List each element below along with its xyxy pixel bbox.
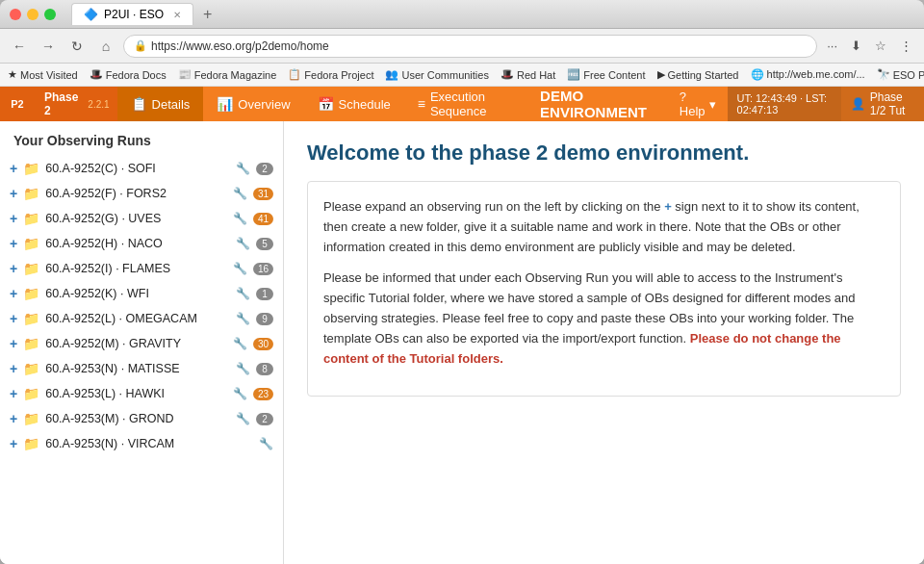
forward-button[interactable]: →	[37, 35, 60, 58]
schedule-icon: 📅	[318, 96, 334, 112]
expand-icon: +	[10, 311, 17, 326]
wrench-icon: 🔧	[236, 287, 250, 300]
browser-more-button[interactable]: ⋮	[896, 37, 916, 55]
wrench-icon: 🔧	[233, 187, 247, 200]
folder-icon: 📁	[23, 261, 39, 276]
folder-icon: 📁	[23, 436, 39, 451]
browser-menu-button[interactable]: ···	[823, 37, 841, 55]
user-icon: 👤	[851, 97, 865, 111]
user-menu-button[interactable]: 👤 Phase 1/2 Tut	[841, 87, 924, 121]
bookmark-eso-pronostics[interactable]: 🔭ESO Pronostics	[877, 68, 924, 81]
sidebar-item-wfi[interactable]: + 📁 60.A-9252(K) · WFI 🔧 1	[0, 281, 283, 306]
details-icon: 📋	[131, 96, 147, 112]
welcome-paragraph-1: Please expand an observing run on the le…	[323, 197, 885, 257]
close-button[interactable]	[10, 9, 21, 20]
run-badge: 5	[256, 238, 273, 250]
bookmark-fedora-project[interactable]: 📋Fedora Project	[288, 68, 373, 81]
sidebar-item-gravity[interactable]: + 📁 60.A-9252(M) · GRAVITY 🔧 30	[0, 331, 283, 356]
run-name: 60.A-9253(L) · HAWKI	[45, 387, 227, 400]
run-badge: 31	[253, 188, 273, 200]
folder-icon: 📁	[23, 186, 39, 201]
sidebar-item-flames[interactable]: + 📁 60.A-9252(I) · FLAMES 🔧 16	[0, 256, 283, 281]
app-toolbar: P2 Phase 2 2.2.1 📋 Details 📊 Overview 📅 …	[0, 87, 924, 121]
expand-icon: +	[10, 236, 17, 251]
run-name: 60.A-9252(I) · FLAMES	[45, 262, 227, 275]
run-badge: 9	[256, 313, 273, 325]
sidebar-item-matisse[interactable]: + 📁 60.A-9253(N) · MATISSE 🔧 8	[0, 356, 283, 381]
expand-icon: +	[10, 261, 17, 276]
download-button[interactable]: ⬇	[847, 37, 865, 55]
expand-icon: +	[10, 436, 17, 451]
folder-icon: 📁	[23, 411, 39, 426]
bookmark-most-visited[interactable]: ★Most Visited	[8, 68, 78, 81]
sidebar: Your Observing Runs + 📁 60.A-9252(C) · S…	[0, 121, 284, 564]
run-name: 60.A-9252(M) · GRAVITY	[45, 337, 227, 350]
folder-icon: 📁	[23, 236, 39, 251]
home-button[interactable]: ⌂	[94, 35, 117, 58]
plus-symbol: +	[664, 199, 672, 214]
sidebar-item-uves[interactable]: + 📁 60.A-9252(G) · UVES 🔧 41	[0, 206, 283, 231]
maximize-button[interactable]	[44, 9, 56, 20]
sidebar-item-omegacam[interactable]: + 📁 60.A-9252(L) · OMEGACAM 🔧 9	[0, 306, 283, 331]
titlebar: 🔷 P2UI · ESO ✕ +	[0, 0, 924, 29]
details-button[interactable]: 📋 Details	[117, 87, 204, 121]
sidebar-item-grond[interactable]: + 📁 60.A-9253(M) · GROND 🔧 2	[0, 406, 283, 431]
browser-bar: ← → ↻ ⌂ 🔒 https://www.eso.org/p2demo/hom…	[0, 29, 924, 64]
sidebar-item-fors2[interactable]: + 📁 60.A-9252(F) · FORS2 🔧 31	[0, 181, 283, 206]
wrench-icon: 🔧	[236, 362, 250, 375]
folder-icon: 📁	[23, 161, 39, 176]
folder-icon: 📁	[23, 361, 39, 376]
demo-environment-label: DEMO ENVIRONMENT	[521, 88, 668, 120]
run-name: 60.A-9252(L) · OMEGACAM	[45, 312, 230, 325]
sidebar-item-naco[interactable]: + 📁 60.A-9252(H) · NACO 🔧 5	[0, 231, 283, 256]
execution-button[interactable]: ≡ Execution Sequence	[404, 87, 521, 121]
expand-icon: +	[10, 336, 17, 351]
new-tab-button[interactable]: +	[195, 2, 219, 27]
expand-icon: +	[10, 186, 17, 201]
folder-icon: 📁	[23, 386, 39, 401]
sidebar-item-hawki[interactable]: + 📁 60.A-9253(L) · HAWKI 🔧 23	[0, 381, 283, 406]
run-badge: 2	[256, 163, 273, 175]
warning-text: Please do not change the content of the …	[323, 331, 841, 366]
run-name: 60.A-9252(K) · WFI	[45, 287, 230, 300]
address-text: https://www.eso.org/p2demo/home	[151, 39, 807, 53]
bookmark-user-communities[interactable]: 👥User Communities	[385, 68, 488, 81]
expand-icon: +	[10, 411, 17, 426]
tab-close-button[interactable]: ✕	[173, 10, 181, 20]
browser-tab[interactable]: 🔷 P2UI · ESO ✕	[71, 3, 193, 25]
traffic-lights	[10, 9, 56, 20]
wrench-icon: 🔧	[236, 412, 250, 425]
run-badge: 30	[253, 338, 273, 350]
run-name: 60.A-9253(M) · GROND	[45, 412, 230, 425]
minimize-button[interactable]	[27, 9, 38, 20]
bookmark-getting-started[interactable]: ▶Getting Started	[657, 68, 739, 81]
bookmark-star-button[interactable]: ☆	[871, 37, 890, 55]
main-window: 🔷 P2UI · ESO ✕ + ← → ↻ ⌂ 🔒 https://www.e…	[0, 0, 924, 564]
welcome-title: Welcome to the phase 2 demo environment.	[307, 141, 901, 166]
app-logo: P2	[0, 87, 35, 121]
wrench-icon: 🔧	[233, 337, 247, 350]
bookmark-free-content[interactable]: 🆓Free Content	[567, 68, 645, 81]
refresh-button[interactable]: ↻	[65, 35, 89, 58]
expand-icon: +	[10, 161, 17, 176]
back-button[interactable]: ←	[8, 35, 31, 58]
welcome-box: Please expand an observing run on the le…	[307, 181, 901, 397]
time-display: UT: 12:43:49 · LST: 02:47:13	[728, 87, 841, 121]
sidebar-item-vircam[interactable]: + 📁 60.A-9253(N) · VIRCAM 🔧	[0, 431, 283, 456]
bookmark-web-me[interactable]: 🌐 http://web.me.com/...	[751, 68, 865, 81]
bookmark-fedora-docs[interactable]: 🎩Fedora Docs	[90, 68, 167, 81]
folder-icon: 📁	[23, 211, 39, 226]
bookmark-red-hat[interactable]: 🎩Red Hat	[500, 68, 555, 81]
overview-button[interactable]: 📊 Overview	[203, 87, 303, 121]
address-bar[interactable]: 🔒 https://www.eso.org/p2demo/home	[123, 35, 817, 58]
sidebar-item-sofi[interactable]: + 📁 60.A-9252(C) · SOFI 🔧 2	[0, 156, 283, 181]
chevron-down-icon: ▾	[709, 97, 716, 112]
bookmark-fedora-magazine[interactable]: 📰Fedora Magazine	[178, 68, 277, 81]
help-button[interactable]: ? Help ▾	[668, 87, 728, 121]
overview-icon: 📊	[217, 96, 233, 112]
lock-icon: 🔒	[134, 39, 147, 52]
folder-icon: 📁	[23, 311, 39, 326]
expand-icon: +	[10, 361, 17, 376]
schedule-button[interactable]: 📅 Schedule	[304, 87, 404, 121]
wrench-icon: 🔧	[236, 162, 250, 175]
